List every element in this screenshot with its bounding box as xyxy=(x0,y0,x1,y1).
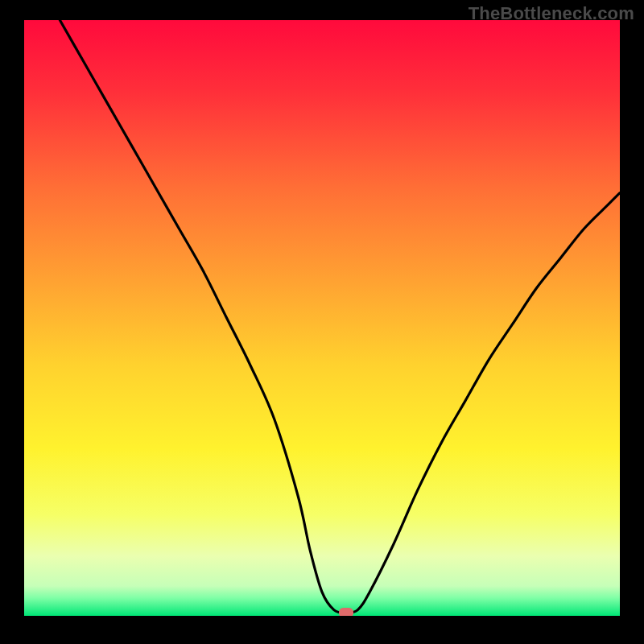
chart-frame: TheBottleneck.com xyxy=(0,0,644,644)
optimum-marker xyxy=(339,608,353,616)
gradient-background xyxy=(24,20,620,616)
plot-area xyxy=(24,20,620,616)
chart-svg xyxy=(24,20,620,616)
watermark-text: TheBottleneck.com xyxy=(469,3,634,24)
